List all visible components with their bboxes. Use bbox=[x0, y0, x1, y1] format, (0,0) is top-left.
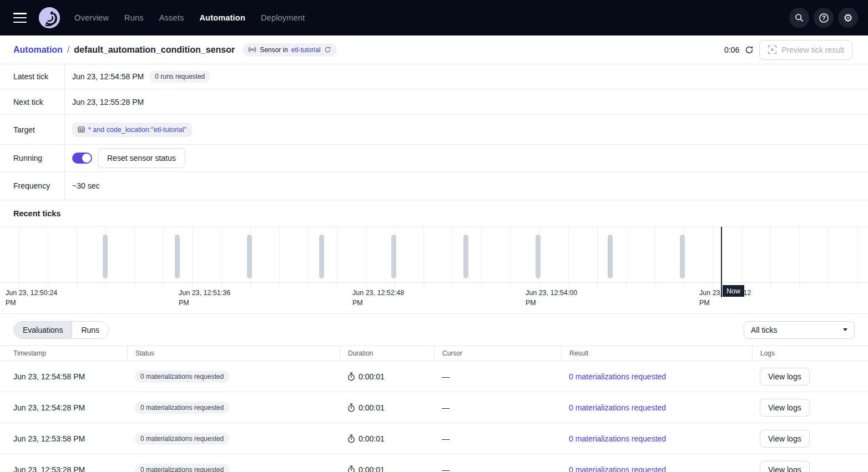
result-link[interactable]: 0 materializations requested bbox=[569, 372, 666, 381]
breadcrumb-automation-link[interactable]: Automation bbox=[13, 45, 63, 55]
running-toggle[interactable] bbox=[72, 153, 92, 164]
runs-requested-badge: 0 runs requested bbox=[149, 70, 210, 83]
refresh-icon[interactable] bbox=[745, 45, 754, 54]
cell-duration: 0:00:01 bbox=[359, 372, 385, 381]
col-logs: Logs bbox=[752, 346, 868, 361]
timeline-gridline bbox=[626, 227, 627, 288]
help-button[interactable]: ? bbox=[814, 8, 834, 28]
page-title: default_automation_condition_sensor bbox=[74, 45, 235, 55]
tick-bar[interactable] bbox=[319, 235, 324, 278]
latest-tick-row: Latest tick Jun 23, 12:54:58 PM 0 runs r… bbox=[0, 64, 868, 89]
cell-duration: 0:00:01 bbox=[359, 465, 385, 472]
view-logs-button[interactable]: View logs bbox=[760, 461, 810, 472]
nav-item-overview[interactable]: Overview bbox=[74, 13, 109, 22]
table-row: Jun 23, 12:53:58 PM 0 materializations r… bbox=[0, 423, 868, 454]
stopwatch-icon bbox=[347, 372, 355, 381]
view-logs-button[interactable]: View logs bbox=[760, 399, 810, 417]
search-icon bbox=[794, 13, 804, 23]
now-marker-badge: Now bbox=[723, 285, 744, 297]
frequency-label: Frequency bbox=[0, 172, 65, 200]
tick-bar[interactable] bbox=[680, 235, 685, 278]
gear-icon: ⚙ bbox=[843, 13, 852, 23]
timeline-gridline bbox=[568, 227, 569, 288]
dagster-octopus-icon bbox=[39, 7, 60, 28]
tick-bar[interactable] bbox=[103, 235, 108, 278]
nav-item-runs[interactable]: Runs bbox=[124, 13, 144, 22]
timeline-gridline bbox=[221, 227, 222, 288]
reload-location-icon[interactable] bbox=[324, 46, 331, 53]
target-selection-chip[interactable]: * and code_location:"etl-tutorial" bbox=[72, 123, 192, 137]
timeline-gridline bbox=[77, 227, 77, 288]
search-button[interactable] bbox=[789, 8, 809, 28]
tick-filter-value: All ticks bbox=[751, 326, 777, 334]
axis-label: Jun 23, 12:54:00 PM bbox=[526, 288, 588, 308]
svg-text:?: ? bbox=[822, 15, 825, 21]
now-marker-line bbox=[721, 227, 722, 297]
status-badge: 0 materializations requested bbox=[135, 371, 229, 383]
nav-item-automation[interactable]: Automation bbox=[199, 13, 245, 22]
refresh-countdown: 0:06 bbox=[724, 45, 739, 54]
asset-grid-icon bbox=[78, 126, 85, 133]
header-actions: 0:06 Preview tick result bbox=[724, 40, 852, 60]
status-badge: 0 materializations requested bbox=[135, 433, 229, 445]
status-badge: 0 materializations requested bbox=[135, 464, 229, 472]
recent-ticks-timeline: Now Jun 23, 12:50:24 PMJun 23, 12:51:36 … bbox=[0, 227, 868, 313]
cell-timestamp: Jun 23, 12:54:28 PM bbox=[0, 392, 127, 423]
tab-evaluations[interactable]: Evaluations bbox=[14, 322, 72, 338]
cell-duration: 0:00:01 bbox=[359, 403, 385, 412]
table-row: Jun 23, 12:54:58 PM 0 materializations r… bbox=[0, 361, 868, 392]
latest-tick-label: Latest tick bbox=[0, 64, 65, 89]
preview-play-icon bbox=[768, 45, 777, 54]
settings-button[interactable]: ⚙ bbox=[838, 8, 858, 28]
result-link[interactable]: 0 materializations requested bbox=[569, 403, 666, 412]
result-link[interactable]: 0 materializations requested bbox=[569, 434, 666, 443]
cell-cursor: — bbox=[434, 454, 561, 472]
evaluations-table-header: Timestamp Status Duration Cursor Result … bbox=[0, 346, 868, 361]
timeline-gridline bbox=[366, 227, 366, 288]
view-logs-button[interactable]: View logs bbox=[760, 430, 810, 448]
axis-label: Jun 23, 12:51:36 PM bbox=[179, 288, 241, 308]
axis-label: Jun 23, 12:50:24 PM bbox=[6, 288, 68, 308]
next-tick-row: Next tick Jun 23, 12:55:28 PM bbox=[0, 89, 868, 115]
view-logs-button[interactable]: View logs bbox=[760, 368, 810, 385]
tick-bar[interactable] bbox=[463, 235, 468, 278]
cell-cursor: — bbox=[434, 392, 561, 423]
nav-menu: Overview Runs Assets Automation Deployme… bbox=[74, 13, 305, 22]
cell-cursor: — bbox=[434, 423, 561, 454]
target-label: Target bbox=[0, 115, 65, 144]
timeline-gridline bbox=[713, 227, 713, 288]
tick-bar[interactable] bbox=[536, 235, 541, 278]
table-row: Jun 23, 12:54:28 PM 0 materializations r… bbox=[0, 392, 868, 423]
tick-bar[interactable] bbox=[608, 235, 613, 278]
nav-item-deployment[interactable]: Deployment bbox=[261, 13, 305, 22]
tick-bar[interactable] bbox=[247, 235, 252, 278]
dagster-logo[interactable] bbox=[39, 7, 60, 28]
recent-ticks-header: Recent ticks bbox=[0, 200, 868, 227]
page-header: Automation / default_automation_conditio… bbox=[0, 35, 868, 64]
tick-bar[interactable] bbox=[391, 235, 396, 278]
timeline-gridline bbox=[423, 227, 424, 288]
next-tick-value: Jun 23, 12:55:28 PM bbox=[72, 98, 144, 106]
tick-filter-select[interactable]: All ticks bbox=[744, 321, 855, 339]
preview-tick-result-button[interactable]: Preview tick result bbox=[759, 40, 852, 60]
dagster-app: Overview Runs Assets Automation Deployme… bbox=[0, 0, 868, 472]
nav-item-assets[interactable]: Assets bbox=[159, 13, 184, 22]
preview-tick-result-label: Preview tick result bbox=[781, 45, 844, 54]
tick-bar[interactable] bbox=[175, 235, 180, 278]
stopwatch-icon bbox=[347, 465, 355, 472]
col-timestamp: Timestamp bbox=[0, 346, 127, 361]
timeline-gridline bbox=[308, 227, 309, 288]
timeline-gridline bbox=[741, 227, 742, 288]
breadcrumb-separator: / bbox=[67, 45, 69, 55]
hamburger-menu-icon[interactable] bbox=[13, 13, 27, 23]
timeline-gridline bbox=[857, 227, 857, 288]
status-badge: 0 materializations requested bbox=[135, 402, 229, 414]
axis-label: Jun 23, 12:52:48 PM bbox=[352, 288, 415, 308]
reset-sensor-status-button[interactable]: Reset sensor status bbox=[98, 148, 185, 168]
timeline-axis bbox=[0, 282, 868, 283]
stopwatch-icon bbox=[347, 434, 355, 443]
tab-runs[interactable]: Runs bbox=[72, 322, 108, 338]
help-icon: ? bbox=[819, 13, 829, 23]
result-link[interactable]: 0 materializations requested bbox=[569, 465, 666, 472]
code-location-link[interactable]: etl-tutorial bbox=[291, 46, 321, 54]
